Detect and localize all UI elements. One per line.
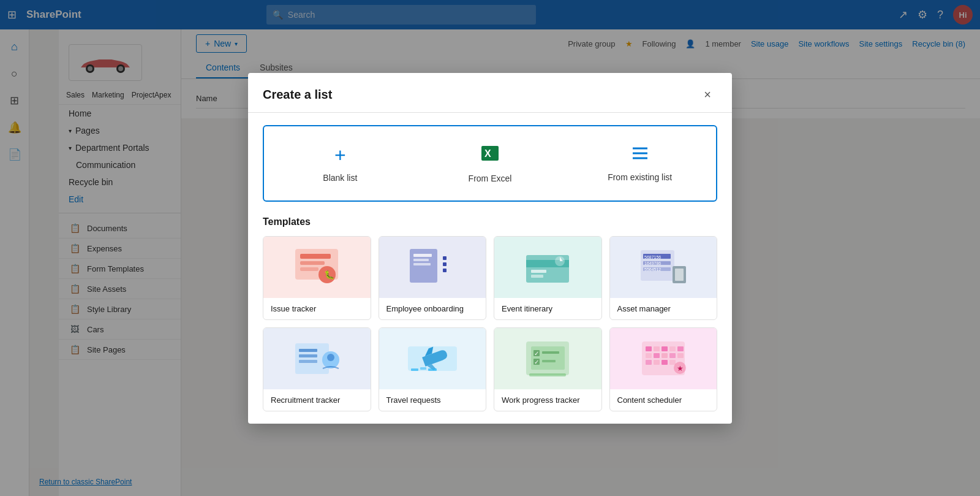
- svg-text:5687156: 5687156: [644, 255, 661, 259]
- svg-rect-17: [413, 259, 429, 261]
- svg-rect-66: [677, 353, 684, 358]
- svg-rect-69: [662, 360, 668, 365]
- from-excel-option[interactable]: X From Excel: [419, 131, 562, 196]
- event-itinerary-label: Event itinerary: [494, 298, 601, 319]
- templates-title: Templates: [263, 216, 717, 227]
- svg-rect-64: [662, 353, 668, 358]
- issue-tracker-label: Issue tracker: [263, 298, 371, 319]
- svg-rect-38: [299, 349, 317, 352]
- svg-rect-70: [669, 360, 676, 365]
- blank-list-icon: +: [334, 144, 346, 167]
- work-progress-label: Work progress tracker: [494, 389, 601, 411]
- employee-onboarding-thumb: [379, 237, 486, 298]
- svg-rect-60: [669, 346, 676, 351]
- svg-rect-40: [299, 360, 317, 363]
- svg-text:🐛: 🐛: [324, 270, 335, 280]
- svg-rect-25: [531, 275, 543, 278]
- excel-icon: X: [480, 143, 500, 167]
- svg-rect-63: [654, 353, 660, 358]
- svg-rect-57: [646, 346, 652, 351]
- svg-rect-68: [654, 360, 660, 365]
- svg-rect-44: [411, 368, 418, 371]
- svg-rect-36: [675, 269, 684, 281]
- svg-rect-11: [300, 261, 325, 265]
- work-progress-thumb: ✓ ✓: [494, 328, 601, 389]
- content-scheduler-thumb: ★: [610, 328, 717, 389]
- template-recruitment-tracker[interactable]: Recruitment tracker: [263, 327, 371, 411]
- svg-rect-12: [300, 267, 318, 271]
- from-existing-label: From existing list: [608, 172, 672, 182]
- svg-text:X: X: [484, 148, 491, 159]
- modal-body: + Blank list X From Excel: [248, 113, 732, 424]
- from-excel-label: From Excel: [469, 174, 512, 183]
- from-existing-option[interactable]: From existing list: [568, 131, 711, 196]
- svg-rect-18: [413, 263, 431, 265]
- svg-rect-61: [677, 346, 684, 351]
- svg-rect-58: [654, 346, 660, 351]
- template-travel-requests[interactable]: Travel requests: [379, 327, 487, 411]
- templates-grid: 🐛 Issue tracker: [263, 236, 717, 411]
- svg-rect-21: [443, 269, 447, 272]
- modal-title: Create a list: [263, 88, 332, 102]
- svg-rect-10: [300, 254, 331, 259]
- issue-tracker-thumb: 🐛: [263, 237, 371, 298]
- template-work-progress[interactable]: ✓ ✓ Work progress tracker: [494, 327, 602, 411]
- svg-rect-16: [413, 254, 432, 257]
- content-scheduler-label: Content scheduler: [610, 389, 717, 411]
- template-asset-manager[interactable]: 5687156 1649786 5564512 Asset manager: [609, 236, 718, 320]
- asset-manager-label: Asset manager: [610, 298, 717, 319]
- template-employee-onboarding[interactable]: Employee onboarding: [379, 236, 487, 320]
- svg-rect-54: [542, 360, 556, 362]
- event-itinerary-thumb: [494, 237, 601, 298]
- svg-rect-59: [662, 346, 668, 351]
- modal-overlay[interactable]: Create a list × + Blank list X From: [0, 0, 980, 496]
- modal-close-button[interactable]: ×: [698, 85, 717, 105]
- template-issue-tracker[interactable]: 🐛 Issue tracker: [263, 236, 371, 320]
- list-icon: [630, 145, 650, 166]
- svg-rect-55: [529, 373, 566, 376]
- svg-text:✓: ✓: [534, 359, 539, 365]
- svg-rect-62: [646, 353, 652, 358]
- svg-rect-46: [428, 368, 437, 371]
- travel-requests-thumb: [379, 328, 486, 389]
- template-content-scheduler[interactable]: ★ Content scheduler: [609, 327, 718, 411]
- svg-rect-19: [443, 256, 447, 260]
- svg-text:5564512: 5564512: [644, 267, 661, 272]
- svg-text:✓: ✓: [534, 350, 539, 357]
- svg-text:★: ★: [677, 364, 684, 373]
- template-event-itinerary[interactable]: Event itinerary: [494, 236, 602, 320]
- blank-list-label: Blank list: [323, 173, 357, 183]
- svg-rect-24: [531, 270, 546, 273]
- employee-onboarding-label: Employee onboarding: [379, 298, 486, 319]
- modal-header: Create a list ×: [248, 73, 732, 113]
- svg-rect-65: [669, 353, 676, 358]
- create-list-modal: Create a list × + Blank list X From: [248, 73, 732, 424]
- blank-list-option[interactable]: + Blank list: [269, 131, 412, 196]
- svg-point-42: [327, 354, 334, 361]
- create-options-row: + Blank list X From Excel: [263, 125, 717, 202]
- recruitment-tracker-label: Recruitment tracker: [263, 389, 371, 411]
- svg-rect-45: [420, 367, 426, 370]
- svg-rect-20: [443, 262, 447, 266]
- svg-rect-39: [299, 354, 317, 357]
- recruitment-tracker-thumb: [263, 328, 371, 389]
- svg-rect-67: [646, 360, 652, 365]
- travel-requests-label: Travel requests: [379, 389, 486, 411]
- svg-rect-51: [542, 351, 559, 354]
- svg-text:1649786: 1649786: [644, 261, 661, 265]
- asset-manager-thumb: 5687156 1649786 5564512: [610, 237, 717, 298]
